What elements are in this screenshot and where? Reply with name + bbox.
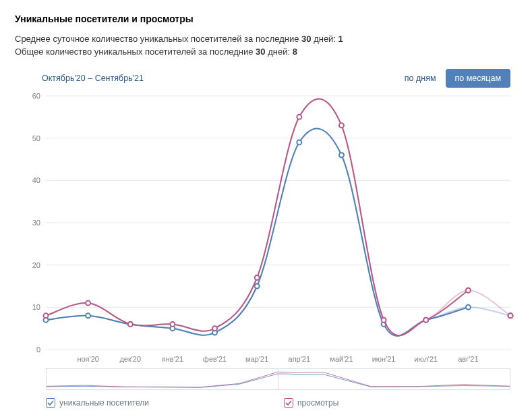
legend-views-label: просмотры — [297, 398, 338, 408]
tab-monthly[interactable]: по месяцам — [446, 69, 510, 88]
legend-visitors[interactable]: уникальные посетители — [46, 398, 149, 408]
svg-point-31 — [339, 153, 344, 157]
legend-views[interactable]: просмотры — [284, 398, 338, 408]
line-chart: 0102030405060ноя'20дек'20янв'21фев'21мар… — [15, 90, 517, 367]
svg-text:40: 40 — [32, 176, 40, 184]
svg-text:июл'21: июл'21 — [414, 355, 438, 363]
svg-text:0: 0 — [36, 345, 40, 354]
svg-point-42 — [297, 115, 301, 119]
svg-point-41 — [255, 275, 260, 280]
svg-point-43 — [339, 123, 344, 128]
svg-point-25 — [86, 313, 90, 318]
range-selector[interactable] — [15, 368, 517, 390]
days-bold-1: 30 — [301, 34, 311, 44]
avg-value: 1 — [338, 34, 343, 44]
svg-text:янв'21: янв'21 — [162, 355, 183, 363]
svg-point-29 — [255, 284, 260, 289]
checkbox-icon — [46, 398, 55, 408]
svg-text:мар'21: мар'21 — [245, 355, 268, 363]
days-suffix-2: дней: — [266, 47, 293, 57]
checkbox-icon — [284, 398, 293, 408]
legend-visitors-label: уникальные посетители — [59, 398, 149, 408]
svg-text:июн'21: июн'21 — [372, 355, 396, 363]
svg-point-38 — [128, 322, 133, 327]
svg-text:50: 50 — [32, 134, 40, 142]
svg-text:60: 60 — [32, 92, 40, 100]
svg-text:фев'21: фев'21 — [203, 355, 227, 363]
page-title: Уникальные посетители и просмотры — [15, 13, 517, 24]
svg-text:20: 20 — [32, 261, 40, 269]
svg-point-30 — [297, 140, 301, 144]
granularity-toggle: по дням по месяцам — [395, 69, 510, 88]
svg-point-44 — [382, 318, 386, 323]
svg-point-40 — [212, 326, 217, 331]
svg-point-39 — [170, 322, 175, 327]
range-left[interactable] — [46, 368, 278, 390]
range-right[interactable] — [278, 368, 510, 390]
svg-text:10: 10 — [32, 303, 40, 311]
avg-visitors-line: Среднее суточное количество уникальных п… — [15, 34, 517, 44]
svg-point-46 — [466, 288, 471, 293]
svg-text:авг'21: авг'21 — [458, 355, 478, 363]
svg-text:ноя'20: ноя'20 — [77, 355, 98, 363]
svg-point-37 — [86, 301, 90, 306]
avg-prefix: Среднее суточное количество уникальных п… — [15, 34, 301, 44]
tab-daily[interactable]: по дням — [395, 69, 446, 88]
svg-point-45 — [423, 318, 428, 323]
svg-text:апр'21: апр'21 — [289, 355, 311, 363]
total-value: 8 — [293, 47, 297, 57]
period-range: Октябрь'20 – Сентябрь'21 — [42, 74, 144, 83]
svg-text:30: 30 — [32, 219, 40, 227]
days-bold-2: 30 — [256, 47, 265, 57]
total-visitors-line: Общее количество уникальных посетителей … — [15, 47, 517, 57]
svg-text:май'21: май'21 — [330, 355, 353, 363]
total-prefix: Общее количество уникальных посетителей … — [15, 47, 256, 57]
svg-point-47 — [508, 313, 513, 318]
days-suffix-1: дней: — [312, 34, 338, 44]
svg-point-34 — [466, 305, 471, 310]
svg-point-36 — [44, 313, 49, 318]
svg-text:дек'20: дек'20 — [119, 355, 141, 363]
